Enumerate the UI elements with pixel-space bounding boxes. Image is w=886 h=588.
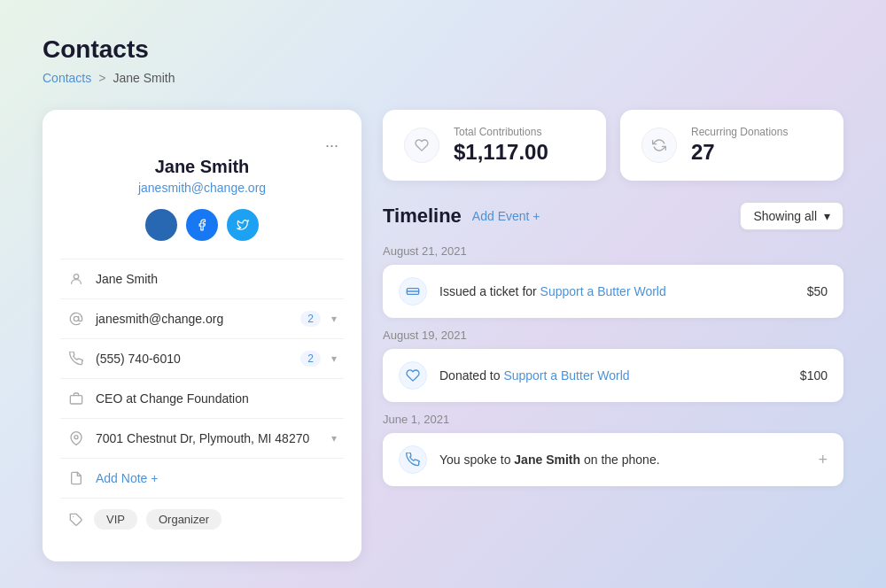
location-icon: [67, 429, 85, 447]
ticket-icon: [399, 277, 427, 306]
social-icons: [60, 209, 344, 241]
svg-point-0: [156, 220, 158, 221]
total-contributions-value: $1,117.00: [454, 140, 548, 165]
total-contributions-label: Total Contributions: [454, 126, 548, 138]
breadcrumb-separator: >: [98, 71, 105, 85]
filter-arrow-icon: ▾: [824, 209, 830, 223]
heart-icon: [404, 128, 439, 163]
company-icon: [67, 390, 85, 407]
timeline-section-jun1: June 1, 2021 You spoke to Jane Smith on …: [383, 413, 843, 486]
timeline-filter-select[interactable]: Showing all ▾: [740, 202, 843, 230]
field-row-address[interactable]: 7001 Chestnut Dr, Plymouth, MI 48270 ▾: [60, 419, 344, 459]
recurring-donations-label: Recurring Donations: [691, 126, 788, 138]
phone-icon: [67, 350, 85, 368]
contact-card: ... Jane Smith janesmith@change.org: [43, 110, 361, 561]
timeline-date-jun1: June 1, 2021: [383, 413, 843, 426]
email-field-value: janesmith@change.org: [96, 312, 284, 326]
ticket-event-amount: $50: [807, 284, 828, 298]
timeline-date-aug21: August 21, 2021: [383, 244, 843, 258]
event-text-donation: Donated to Support a Butter World: [439, 368, 788, 383]
event-text-ticket: Issued a ticket for Support a Butter Wor…: [439, 284, 795, 298]
svg-point-4: [74, 436, 78, 439]
stats-row: Total Contributions $1,117.00 Recurring …: [383, 110, 843, 181]
timeline-event-donation: Donated to Support a Butter World $100: [383, 349, 843, 402]
company-field-value: CEO at Change Foundation: [96, 391, 337, 406]
page-title: Contacts: [43, 35, 843, 64]
breadcrumb-current: Jane Smith: [113, 71, 175, 85]
add-note-row[interactable]: Add Note +: [60, 459, 344, 499]
recurring-icon: [641, 128, 677, 163]
timeline-event-ticket: Issued a ticket for Support a Butter Wor…: [383, 265, 843, 318]
contact-fields: Jane Smith janesmith@change.org 2 ▾: [60, 259, 344, 540]
person-icon: [67, 270, 85, 288]
timeline-section-aug21: August 21, 2021 Issued a ticket for Supp…: [383, 244, 843, 318]
tags-row: VIP Organizer: [60, 499, 344, 540]
breadcrumb-contacts-link[interactable]: Contacts: [43, 71, 91, 85]
svg-rect-3: [70, 396, 82, 404]
timeline-section-aug19: August 19, 2021 Donated to Support a But…: [383, 329, 843, 402]
phone-event-add-button[interactable]: +: [818, 451, 828, 469]
email-badge: 2: [300, 311, 321, 327]
right-panel: Total Contributions $1,117.00 Recurring …: [383, 110, 843, 497]
total-contributions-card: Total Contributions $1,117.00: [383, 110, 606, 181]
field-row-email[interactable]: janesmith@change.org 2 ▾: [60, 299, 344, 339]
phone-event-icon: [399, 445, 427, 474]
twitter-button[interactable]: [227, 209, 259, 241]
ticket-event-link[interactable]: Support a Butter World: [540, 284, 666, 298]
phone-badge: 2: [300, 351, 321, 367]
event-text-phone: You spoke to Jane Smith on the phone.: [439, 453, 805, 467]
address-field-value: 7001 Chestnut Dr, Plymouth, MI 48270: [96, 431, 321, 445]
recurring-donations-card: Recurring Donations 27: [620, 110, 843, 181]
donation-event-amount: $100: [800, 368, 828, 383]
timeline-date-aug19: August 19, 2021: [383, 329, 843, 342]
phone-field-value: (555) 740-6010: [96, 352, 284, 366]
timeline-event-phone: You spoke to Jane Smith on the phone. +: [383, 433, 843, 486]
heart-event-icon: [399, 361, 427, 390]
contact-email-link[interactable]: janesmith@change.org: [60, 181, 344, 195]
filter-label: Showing all: [753, 209, 817, 223]
svg-point-1: [74, 275, 78, 279]
breadcrumb: Contacts > Jane Smith: [43, 71, 843, 85]
field-row-name: Jane Smith: [60, 259, 344, 299]
more-options-button[interactable]: ...: [320, 131, 344, 153]
add-event-button[interactable]: Add Event +: [472, 209, 540, 223]
recurring-donations-value: 27: [691, 140, 788, 165]
field-row-company: CEO at Change Foundation: [60, 379, 344, 419]
field-row-phone[interactable]: (555) 740-6010 2 ▾: [60, 339, 344, 379]
svg-point-2: [74, 316, 78, 321]
facebook-button[interactable]: [186, 209, 218, 241]
timeline-header: Timeline Add Event + Showing all ▾: [383, 202, 843, 230]
note-icon: [67, 469, 85, 487]
donation-event-link[interactable]: Support a Butter World: [503, 368, 629, 383]
linkedin-button[interactable]: [145, 209, 177, 241]
tag-vip[interactable]: VIP: [94, 509, 137, 530]
address-expand-icon[interactable]: ▾: [331, 432, 337, 445]
phone-expand-icon[interactable]: ▾: [331, 352, 337, 365]
tag-icon: [67, 511, 85, 529]
email-icon: [67, 310, 85, 328]
tag-organizer[interactable]: Organizer: [146, 509, 222, 530]
add-note-button[interactable]: Add Note +: [96, 471, 158, 485]
email-expand-icon[interactable]: ▾: [331, 313, 337, 325]
timeline-title: Timeline: [383, 205, 462, 228]
contact-name: Jane Smith: [60, 157, 344, 177]
name-field-value: Jane Smith: [96, 272, 337, 286]
